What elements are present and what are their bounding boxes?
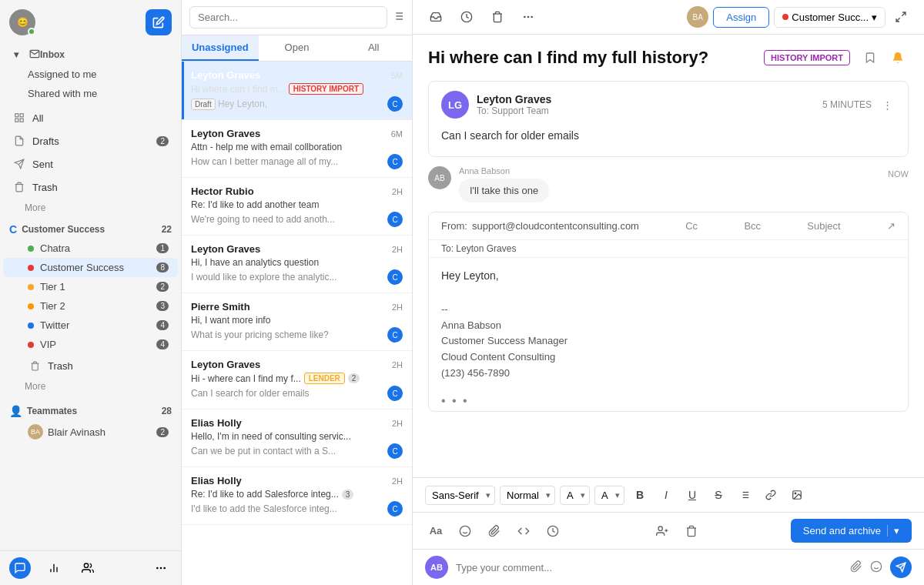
compose-button[interactable] [146,9,172,35]
send-and-archive-button[interactable]: Send and archive ▾ [791,519,912,543]
note-section: AB Anna Babson I'll take this one NOW [428,166,909,202]
send-comment-button[interactable] [890,557,912,578]
strikethrough-button[interactable]: S [708,484,729,506]
attachment-icon[interactable] [484,520,505,542]
drafts-icon [12,134,26,148]
twitter-badge: 4 [156,320,169,330]
size-select[interactable]: Normal [500,486,555,505]
conv-time: 6M [391,129,403,139]
bold-button[interactable]: B [629,484,651,506]
assign-button[interactable]: Assign [713,7,769,28]
conversation-item[interactable]: Leyton Graves 5M Hi where can I find m..… [182,62,412,120]
sidebar-item-drafts[interactable]: Drafts 2 [3,129,178,152]
sidebar-item-blair[interactable]: BA Blair Avinash 2 [3,420,178,443]
chat-icon[interactable] [9,557,31,579]
assign-section: BA Assign Customer Succ... ▾ [687,6,912,28]
conversation-tabs: Unassigned Open All [182,35,412,62]
tab-all[interactable]: All [335,35,412,61]
link-button[interactable] [760,484,782,506]
inbox-icon-btn[interactable] [425,6,447,28]
customer-success-header[interactable]: C Customer Success 22 [0,217,181,239]
time-icon[interactable] [542,520,564,542]
font-select[interactable]: Sans-Serif [425,486,495,505]
list-button[interactable] [734,484,755,506]
tab-open[interactable]: Open [259,35,336,61]
sidebar-item-chatra[interactable]: Chatra 1 [3,239,178,258]
sent-label: Sent [32,159,169,170]
add-contact-icon[interactable] [651,520,673,542]
conversation-item[interactable]: Leyton Graves 6M Attn - help me with ema… [182,120,412,178]
sidebar-item-trash[interactable]: Trash [3,176,178,199]
text-color-select[interactable]: A [560,486,590,505]
selected-indicator [182,62,184,119]
trash-compose-icon[interactable] [681,520,702,542]
sidebar-more2[interactable]: More [0,377,181,396]
reply-ellipsis[interactable]: • • • [429,391,908,411]
sidebar-item-sent[interactable]: Sent [3,152,178,176]
comment-attachment-icon[interactable] [850,560,862,575]
conv-preview-text: What is your pricing scheme like? [191,329,329,340]
underline-button[interactable]: U [681,484,703,506]
inbox-header[interactable]: ▾ Inbox [0,42,181,65]
sidebar-more[interactable]: More [0,199,181,217]
conversation-item[interactable]: Pierre Smith 2H Hi, I want more info Wha… [182,293,412,351]
bg-color-select[interactable]: A [594,486,624,505]
expand-reply-icon[interactable]: ↗ [887,220,896,232]
more-options-icon[interactable] [150,557,172,579]
conversation-item[interactable]: Elias Holly 2H Hello, I'm in need of con… [182,410,412,467]
snippet-icon[interactable] [513,520,534,542]
message-menu-icon[interactable]: ⋮ [879,96,896,114]
sidebar-item-trash2[interactable]: Trash [3,354,178,377]
bookmark-icon[interactable] [859,47,881,69]
sidebar-item-assigned-to-me[interactable]: Assigned to me [3,65,178,84]
inbox-dot [782,14,788,20]
contacts-icon[interactable] [77,557,99,579]
svg-point-11 [164,567,165,568]
comment-emoji-icon[interactable] [870,560,882,575]
comment-input[interactable] [456,562,842,573]
conversation-item[interactable]: Leyton Graves 2H Hi - where can I find m… [182,351,412,410]
conversation-detail-panel: BA Assign Customer Succ... ▾ Hi where ca… [413,0,924,585]
sidebar-item-twitter[interactable]: Twitter 4 [3,316,178,335]
conv-subject: Hi, I have an analytics question [191,257,319,268]
sidebar-item-shared-with-me[interactable]: Shared with me [3,84,178,103]
header-action-icons [425,6,678,28]
sidebar-item-all[interactable]: All [3,106,178,129]
message-avatar: LG [441,91,469,119]
more-options-btn[interactable] [517,6,539,28]
inbox-dropdown[interactable]: Customer Succ... ▾ [774,7,886,28]
conv-name: Leyton Graves [191,128,260,139]
bell-icon[interactable] [887,47,909,69]
conversation-item[interactable]: Hector Rubio 2H Re: I'd like to add anot… [182,178,412,236]
clock-icon-btn[interactable] [456,6,477,28]
sidebar-item-tier2[interactable]: Tier 2 3 [3,296,178,316]
sidebar-item-vip[interactable]: VIP 4 [3,335,178,354]
reply-sig-company: Cloud Content Consulting [441,349,896,366]
message-time: 5 MINUTES [822,99,872,110]
conversation-item[interactable]: Elias Holly 2H Re: I'd like to add Sales… [182,467,412,525]
send-archive-chevron[interactable]: ▾ [887,525,899,537]
tier1-badge: 2 [156,282,169,292]
image-button[interactable] [786,484,808,506]
conversation-item[interactable]: Leyton Graves 2H Hi, I have an analytics… [182,236,412,293]
teammates-header[interactable]: 👤 Teammates 28 [0,399,181,420]
search-input[interactable] [189,6,387,28]
italic-button[interactable]: I [655,484,677,506]
tier1-label: Tier 1 [40,281,156,292]
delete-icon-btn[interactable] [487,6,508,28]
subject-button[interactable]: Subject [807,220,840,232]
sidebar-item-tier1[interactable]: Tier 1 2 [3,277,178,296]
conv-subject: Hi where can I find m... [191,84,286,95]
text-size-icon[interactable]: Aa [425,520,447,542]
cc-button[interactable]: Cc [685,220,698,232]
compose-toolbar: Sans-Serif Normal A A B I U S [413,477,924,512]
sort-icon[interactable] [392,10,404,25]
bcc-button[interactable]: Bcc [744,220,761,232]
customer-success-dot: C [9,223,17,236]
chart-icon[interactable] [43,557,65,579]
emoji-icon[interactable] [454,520,476,542]
sidebar-item-customer-success[interactable]: Customer Success 8 [3,258,178,277]
expand-icon-btn[interactable] [890,6,912,28]
tab-unassigned[interactable]: Unassigned [182,35,259,61]
svg-rect-1 [20,114,23,117]
